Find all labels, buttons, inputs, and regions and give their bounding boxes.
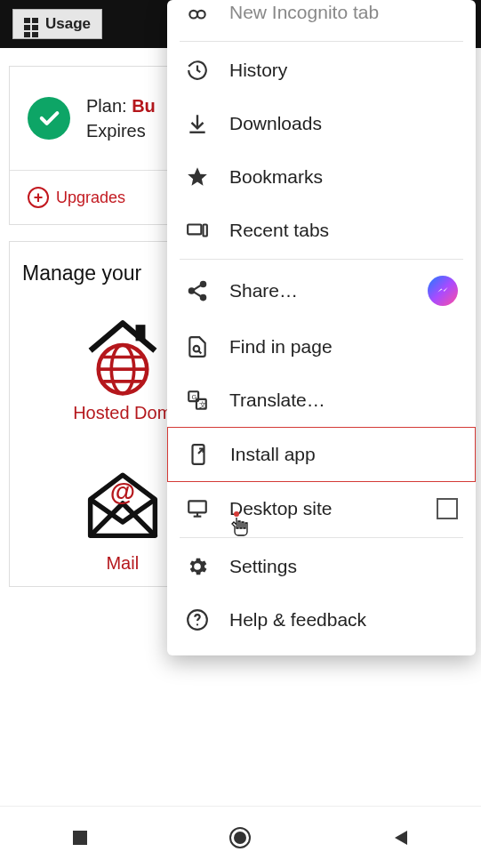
share-icon bbox=[185, 278, 210, 303]
svg-marker-17 bbox=[188, 167, 207, 186]
house-globe-icon bbox=[74, 309, 172, 398]
menu-label: Settings bbox=[229, 556, 297, 577]
svg-text:文: 文 bbox=[199, 401, 206, 409]
menu-item-desktop-site[interactable]: Desktop site bbox=[167, 482, 476, 535]
menu-label: Help & feedback bbox=[229, 609, 366, 631]
gear-icon bbox=[185, 554, 210, 579]
android-navbar bbox=[0, 806, 481, 868]
menu-item-find-in-page[interactable]: Find in page bbox=[167, 320, 476, 374]
svg-rect-33 bbox=[188, 501, 206, 512]
svg-point-37 bbox=[196, 623, 198, 625]
svg-rect-0 bbox=[135, 325, 145, 341]
svg-point-13 bbox=[197, 11, 205, 19]
messenger-icon bbox=[428, 276, 458, 306]
menu-label: New Incognito tab bbox=[229, 2, 379, 23]
menu-separator bbox=[180, 41, 463, 42]
menu-item-downloads[interactable]: Downloads bbox=[167, 97, 476, 150]
svg-rect-19 bbox=[204, 225, 207, 237]
svg-line-24 bbox=[194, 292, 202, 296]
svg-point-41 bbox=[234, 832, 246, 844]
usage-label: Usage bbox=[45, 15, 91, 33]
history-icon bbox=[185, 58, 210, 83]
check-circle-icon bbox=[28, 97, 70, 140]
svg-text:@: @ bbox=[110, 478, 135, 506]
menu-label: Downloads bbox=[229, 113, 322, 134]
menu-label: Share… bbox=[229, 280, 298, 301]
tile-label: Mail bbox=[106, 553, 139, 574]
nav-recent-button[interactable] bbox=[62, 820, 98, 856]
incognito-icon bbox=[185, 0, 210, 25]
menu-label: Install app bbox=[230, 444, 316, 465]
menu-item-incognito[interactable]: New Incognito tab bbox=[167, 0, 476, 39]
upgrades-label: Upgrades bbox=[56, 189, 125, 207]
svg-rect-18 bbox=[188, 225, 201, 235]
svg-marker-42 bbox=[395, 831, 407, 845]
menu-item-bookmarks[interactable]: Bookmarks bbox=[167, 150, 476, 204]
svg-text:G: G bbox=[192, 393, 197, 401]
menu-item-help[interactable]: Help & feedback bbox=[167, 593, 476, 647]
grid-icon bbox=[24, 18, 40, 30]
plan-name: Bu bbox=[132, 96, 156, 116]
menu-label: Translate… bbox=[229, 390, 325, 411]
svg-rect-39 bbox=[73, 831, 87, 845]
svg-rect-31 bbox=[193, 445, 204, 464]
menu-label: Desktop site bbox=[229, 498, 333, 519]
find-in-page-icon bbox=[185, 334, 210, 359]
svg-line-23 bbox=[194, 285, 202, 290]
plan-text: Plan: Bu Expires bbox=[86, 93, 156, 143]
plan-expires: Expires bbox=[86, 118, 156, 143]
menu-item-share[interactable]: Share… bbox=[167, 261, 476, 320]
menu-separator bbox=[180, 537, 463, 538]
envelope-at-icon: @ bbox=[74, 459, 172, 548]
desktop-site-checkbox[interactable] bbox=[437, 498, 458, 519]
menu-label: Bookmarks bbox=[229, 166, 323, 188]
recent-tabs-icon bbox=[185, 218, 210, 243]
browser-overflow-menu: New Incognito tab History Downloads Book… bbox=[167, 0, 476, 655]
menu-item-translate[interactable]: G文 Translate… bbox=[167, 374, 476, 427]
nav-home-button[interactable] bbox=[222, 820, 258, 856]
menu-item-install-app[interactable]: Install app bbox=[167, 427, 476, 482]
star-icon bbox=[185, 165, 210, 189]
tile-label: Hosted Dom bbox=[73, 403, 172, 423]
menu-label: Find in page bbox=[229, 336, 333, 358]
desktop-icon bbox=[185, 496, 210, 521]
install-app-icon bbox=[186, 442, 211, 467]
svg-point-12 bbox=[189, 11, 197, 19]
menu-item-recent-tabs[interactable]: Recent tabs bbox=[167, 204, 476, 257]
menu-label: Recent tabs bbox=[229, 220, 329, 241]
menu-item-settings[interactable]: Settings bbox=[167, 540, 476, 593]
help-icon bbox=[185, 607, 210, 632]
svg-line-26 bbox=[198, 350, 201, 353]
downloads-icon bbox=[185, 111, 210, 136]
menu-label: History bbox=[229, 60, 287, 81]
menu-separator bbox=[180, 259, 463, 260]
translate-icon: G文 bbox=[185, 388, 210, 413]
nav-back-button[interactable] bbox=[383, 820, 419, 856]
usage-button[interactable]: Usage bbox=[12, 9, 102, 39]
menu-item-history[interactable]: History bbox=[167, 44, 476, 97]
plus-circle-icon: + bbox=[28, 187, 49, 208]
